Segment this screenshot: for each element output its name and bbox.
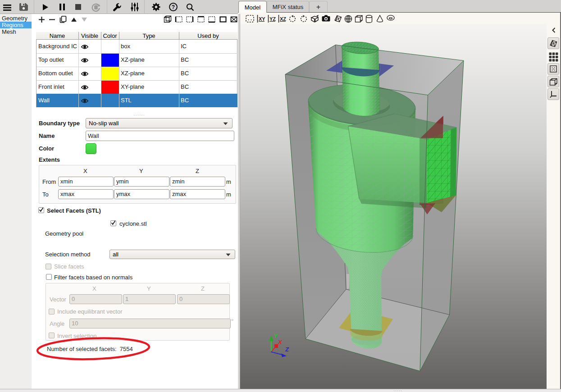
svg-text:?: ? bbox=[172, 4, 175, 10]
svg-text:Y: Y bbox=[274, 333, 278, 339]
svg-text:X: X bbox=[278, 339, 283, 346]
svg-text:XZ: XZ bbox=[280, 16, 286, 22]
svg-text:YZ: YZ bbox=[269, 16, 276, 22]
svg-text:XY: XY bbox=[259, 16, 265, 22]
svg-text:Z: Z bbox=[285, 346, 289, 353]
